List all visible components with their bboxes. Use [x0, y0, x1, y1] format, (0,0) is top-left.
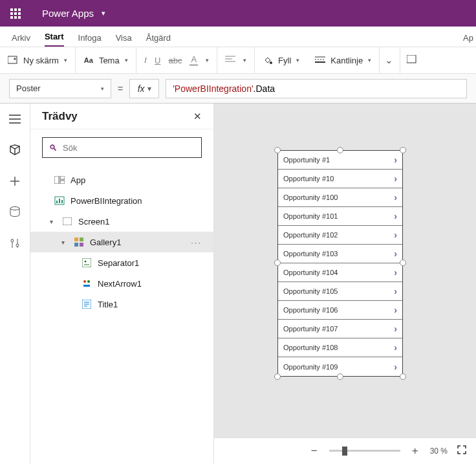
chevron-right-icon[interactable]: ›	[394, 155, 397, 165]
resize-handle[interactable]	[274, 147, 281, 153]
fx-button[interactable]: fx▾	[129, 79, 159, 98]
canvas[interactable]: Opportunity #1›Opportunity #10›Opportuni…	[214, 104, 476, 463]
gallery-row[interactable]: Opportunity #101›	[278, 207, 402, 226]
titlebar: Power Apps ▾	[0, 0, 476, 27]
underline-icon[interactable]: U	[155, 56, 160, 65]
chevron-right-icon[interactable]: ›	[394, 362, 397, 372]
search-icon: 🔍︎	[49, 143, 58, 153]
close-icon[interactable]: ✕	[193, 111, 202, 122]
resize-handle[interactable]	[400, 147, 406, 153]
nextarrow-icon	[81, 278, 92, 289]
tree-list: App PowerBIIntegration ▾ Screen1 ▾ Galle…	[30, 166, 213, 318]
theme-label: Tema	[99, 56, 120, 65]
gallery-row-label: Opportunity #1	[283, 156, 330, 164]
svg-rect-39	[80, 243, 83, 247]
tree-node-gallery1[interactable]: ▾ Gallery1 ···	[30, 232, 213, 252]
tree-panel: Trädvy ✕ 🔍︎ App PowerBIIntegration ▾	[30, 104, 214, 463]
search-input[interactable]: 🔍︎	[42, 137, 202, 158]
zoom-thumb[interactable]	[342, 447, 347, 456]
theme-button[interactable]: Aa Tema ▾	[76, 47, 136, 73]
rail-hamburger-icon[interactable]	[7, 111, 23, 127]
align-icon[interactable]	[225, 55, 235, 66]
zoom-slider[interactable]	[329, 450, 400, 452]
search-field[interactable]	[63, 143, 195, 153]
rail-tools-icon[interactable]	[7, 236, 23, 251]
resize-handle[interactable]	[337, 373, 343, 380]
tree-label: Screen1	[78, 217, 109, 226]
gallery-row[interactable]: Opportunity #103›	[278, 245, 402, 263]
rail-insert-icon[interactable]	[7, 173, 23, 189]
new-screen-button[interactable]: Ny skärm ▾	[0, 47, 76, 73]
menu-arkiv[interactable]: Arkiv	[12, 33, 30, 47]
font-color-icon[interactable]: A	[189, 54, 198, 66]
menu-start[interactable]: Start	[45, 32, 64, 47]
app-title[interactable]: Power Apps ▾	[30, 8, 105, 19]
svg-rect-34	[61, 200, 63, 203]
chevron-right-icon[interactable]: ›	[394, 305, 397, 315]
resize-handle[interactable]	[274, 373, 281, 380]
svg-point-43	[83, 280, 86, 283]
gallery-row[interactable]: Opportunity #108›	[278, 338, 402, 357]
theme-icon: Aa	[83, 55, 94, 65]
tree-node-screen1[interactable]: ▾ Screen1	[30, 211, 213, 232]
tree-node-nextarrow1[interactable]: NextArrow1	[30, 273, 213, 294]
svg-rect-35	[63, 217, 72, 225]
chevron-down-icon[interactable]: ▾	[61, 239, 68, 246]
chevron-down-icon: ▾	[147, 84, 151, 93]
zoom-in-button[interactable]: +	[409, 445, 421, 458]
tree-node-title1[interactable]: Title1	[30, 294, 213, 315]
gallery-row[interactable]: Opportunity #104›	[278, 263, 402, 282]
gallery-row[interactable]: Opportunity #102›	[278, 226, 402, 245]
resize-handle[interactable]	[400, 260, 406, 266]
rail-data-icon[interactable]	[7, 204, 23, 220]
tree-node-powerbi[interactable]: PowerBIIntegration	[30, 190, 213, 211]
resize-handle[interactable]	[337, 147, 343, 153]
fullscreen-icon[interactable]	[457, 445, 467, 457]
chevron-down-icon[interactable]: ▾	[50, 218, 56, 225]
menu-atgard[interactable]: Åtgärd	[146, 33, 171, 47]
svg-rect-37	[80, 238, 83, 241]
expand-ribbon-icon[interactable]: ⌄	[385, 54, 393, 66]
more-icon[interactable]: ···	[191, 238, 202, 247]
chevron-right-icon[interactable]: ›	[394, 249, 397, 259]
chevron-down-icon: ▾	[296, 57, 299, 63]
tree-label: App	[70, 175, 85, 185]
border-button[interactable]: Kantlinje▾	[307, 47, 380, 73]
chevron-right-icon[interactable]: ›	[394, 342, 397, 353]
chevron-right-icon[interactable]: ›	[394, 286, 397, 296]
chevron-down-icon: ▾	[125, 57, 128, 63]
gallery-row[interactable]: Opportunity #1›	[278, 151, 402, 170]
gallery-row[interactable]: Opportunity #105›	[278, 282, 402, 301]
gallery-row[interactable]: Opportunity #10›	[278, 170, 402, 188]
rail-tree-icon[interactable]	[7, 142, 23, 158]
chevron-right-icon[interactable]: ›	[394, 267, 397, 278]
zoom-out-button[interactable]: −	[308, 445, 320, 458]
resize-handle[interactable]	[274, 260, 281, 266]
chevron-right-icon[interactable]: ›	[394, 324, 397, 334]
tree-node-app[interactable]: App	[30, 170, 213, 190]
svg-point-44	[87, 280, 90, 283]
italic-icon[interactable]: I	[144, 55, 147, 65]
resize-handle[interactable]	[400, 373, 406, 380]
menu-infoga[interactable]: Infoga	[78, 33, 102, 47]
menu-visa[interactable]: Visa	[116, 33, 132, 47]
overflow-icon[interactable]	[407, 55, 417, 66]
chevron-right-icon[interactable]: ›	[394, 173, 397, 184]
tree-node-separator1[interactable]: Separator1	[30, 252, 213, 273]
property-selector[interactable]: Poster ▾	[9, 79, 111, 98]
chevron-right-icon[interactable]: ›	[394, 211, 397, 221]
chevron-right-icon[interactable]: ›	[394, 192, 397, 203]
gallery-row[interactable]: Opportunity #107›	[278, 320, 402, 338]
app-launcher-icon[interactable]	[0, 0, 30, 27]
fill-button[interactable]: Fyll▾	[255, 47, 307, 73]
gallery-row-label: Opportunity #100	[283, 193, 338, 201]
gallery-row-label: Opportunity #108	[283, 344, 338, 351]
gallery-row[interactable]: Opportunity #100›	[278, 188, 402, 207]
strikethrough-icon[interactable]: abc	[168, 56, 182, 65]
chevron-right-icon[interactable]: ›	[394, 230, 397, 240]
gallery-row[interactable]: Opportunity #106›	[278, 301, 402, 320]
gallery-row-label: Opportunity #105	[283, 287, 338, 295]
svg-point-25	[10, 207, 19, 210]
formula-input[interactable]: 'PowerBIIntegration'.Data	[166, 79, 467, 98]
gallery-control[interactable]: Opportunity #1›Opportunity #10›Opportuni…	[277, 150, 403, 377]
